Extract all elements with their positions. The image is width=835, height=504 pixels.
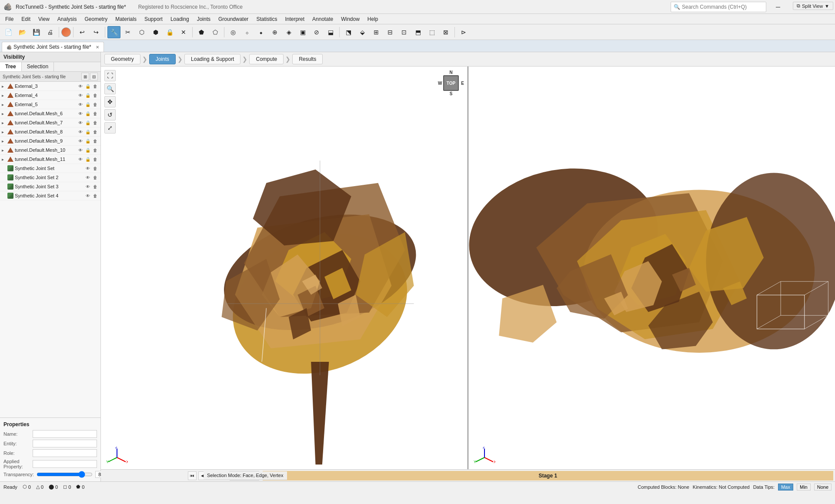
tool-11[interactable]: ⬥ (254, 26, 267, 38)
tree-item[interactable]: ▸tunnel.Default.Mesh_6👁🔒🗑 (0, 109, 100, 118)
lock-toggle[interactable]: 🔒 (84, 101, 91, 108)
visibility-toggle[interactable]: 👁 (77, 101, 84, 108)
tree-item[interactable]: ▸tunnel.Default.Mesh_11👁🔒🗑 (0, 155, 100, 164)
doc-tab-close[interactable]: ✕ (96, 45, 99, 50)
tool-3[interactable]: ⬡ (135, 26, 148, 38)
visibility-toggle[interactable]: 👁 (77, 119, 84, 126)
tool-13[interactable]: ◈ (282, 26, 295, 38)
delete-button[interactable]: 🗑 (92, 147, 99, 154)
tool-19[interactable]: ⊞ (370, 26, 383, 38)
viewport-left[interactable]: ⛶ 🔍 ✥ ↺ ⤢ N S E W TOP (101, 67, 468, 469)
zoom-extents-btn[interactable]: ⛶ (104, 70, 116, 81)
visibility-toggle[interactable]: 👁 (77, 128, 84, 135)
pan-btn[interactable]: ✥ (104, 96, 116, 107)
delete-button[interactable]: 🗑 (92, 183, 99, 190)
tool-23[interactable]: ⬚ (425, 26, 438, 38)
prop-entity-input[interactable] (33, 440, 97, 447)
menu-item-materials[interactable]: Materials (112, 15, 140, 23)
tool-17[interactable]: ⬔ (342, 26, 355, 38)
lock-toggle[interactable]: 🔒 (84, 92, 91, 99)
rotate-btn[interactable]: ↺ (104, 109, 116, 120)
lock-toggle[interactable]: 🔒 (84, 156, 91, 163)
menu-item-help[interactable]: Help (364, 15, 382, 23)
panel-tab-tree[interactable]: Tree (0, 62, 22, 71)
timeline-start-btn[interactable]: ⏮ (188, 471, 197, 480)
tool-1[interactable]: 🔧 (107, 26, 120, 38)
open-button[interactable]: 📂 (16, 26, 29, 38)
undo-button[interactable]: ↩ (76, 26, 89, 38)
delete-button[interactable]: 🗑 (92, 192, 99, 199)
fit-btn[interactable]: ⤢ (104, 122, 116, 134)
tree-item[interactable]: ▸tunnel.Default.Mesh_8👁🔒🗑 (0, 127, 100, 137)
tool-6[interactable]: ✕ (177, 26, 190, 38)
none-button[interactable]: None (814, 484, 832, 491)
lock-toggle[interactable]: 🔒 (84, 147, 91, 154)
tool-10[interactable]: ⬦ (240, 26, 254, 38)
menu-item-interpret[interactable]: Interpret (281, 15, 308, 23)
tab-joints[interactable]: Joints (149, 54, 176, 64)
max-button[interactable]: Max (778, 484, 793, 491)
tab-results[interactable]: Results (292, 54, 323, 64)
visibility-toggle[interactable]: 👁 (77, 147, 84, 154)
tree-item[interactable]: ▸tunnel.Default.Mesh_9👁🔒🗑 (0, 137, 100, 146)
delete-button[interactable]: 🗑 (92, 174, 99, 181)
tool-2[interactable]: ✂ (121, 26, 134, 38)
visibility-toggle[interactable]: 👁 (77, 156, 84, 163)
tool-20[interactable]: ⊟ (384, 26, 397, 38)
delete-button[interactable]: 🗑 (92, 110, 99, 117)
delete-button[interactable]: 🗑 (92, 83, 99, 90)
tool-9[interactable]: ◎ (227, 26, 240, 38)
tab-geometry[interactable]: Geometry (104, 54, 140, 64)
visibility-toggle[interactable]: 👁 (77, 92, 84, 99)
tool-22[interactable]: ⬒ (411, 26, 424, 38)
tool-8[interactable]: ⬠ (209, 26, 222, 38)
delete-button[interactable]: 🗑 (92, 101, 99, 108)
tree-item[interactable]: ▸tunnel.Default.Mesh_10👁🔒🗑 (0, 146, 100, 155)
tree-item[interactable]: Synthetic Joint Set👁🗑 (0, 164, 100, 173)
menu-item-analysis[interactable]: Analysis (54, 15, 80, 23)
tool-16[interactable]: ⬓ (324, 26, 337, 38)
visibility-toggle[interactable]: 👁 (77, 83, 84, 90)
menu-item-file[interactable]: File (2, 15, 17, 23)
tool-21[interactable]: ⊡ (397, 26, 411, 38)
prop-name-input[interactable] (33, 430, 97, 438)
delete-button[interactable]: 🗑 (92, 119, 99, 126)
tool-12[interactable]: ⊕ (268, 26, 281, 38)
doc-tab-main[interactable]: 🪨 Synthetic Joint Sets - starting file* … (2, 42, 104, 52)
tool-7[interactable]: ⬟ (195, 26, 208, 38)
delete-button[interactable]: 🗑 (92, 165, 99, 172)
minimize-button[interactable]: ─ (768, 0, 788, 14)
delete-button[interactable]: 🗑 (92, 156, 99, 163)
tree-item[interactable]: ▸tunnel.Default.Mesh_7👁🔒🗑 (0, 118, 100, 127)
menu-item-support[interactable]: Support (141, 15, 166, 23)
print-button[interactable]: 🖨 (43, 26, 57, 38)
tree-item[interactable]: Synthetic Joint Set 3👁🗑 (0, 182, 100, 191)
tool-25[interactable]: ⊳ (457, 26, 470, 38)
menu-item-joints[interactable]: Joints (194, 15, 214, 23)
visibility-toggle[interactable]: 👁 (77, 110, 84, 117)
save-button[interactable]: 💾 (30, 26, 43, 38)
menu-item-annotate[interactable]: Annotate (309, 15, 337, 23)
tree-item[interactable]: ▸External_5👁🔒🗑 (0, 100, 100, 109)
prop-role-input[interactable] (33, 449, 97, 457)
tool-5[interactable]: 🔒 (163, 26, 176, 38)
menu-item-window[interactable]: Window (337, 15, 363, 23)
lock-toggle[interactable]: 🔒 (84, 119, 91, 126)
min-button[interactable]: Min (797, 484, 811, 491)
tool-15[interactable]: ⊘ (310, 26, 323, 38)
zoom-in-btn[interactable]: 🔍 (104, 83, 116, 94)
lock-toggle[interactable]: 🔒 (84, 83, 91, 90)
new-button[interactable]: 📄 (2, 26, 15, 38)
tree-item[interactable]: ▸External_4👁🔒🗑 (0, 91, 100, 100)
tool-4[interactable]: ⬢ (149, 26, 162, 38)
viewport-right[interactable]: X Y Z (468, 67, 835, 469)
tool-14[interactable]: ▣ (296, 26, 309, 38)
delete-button[interactable]: 🗑 (92, 137, 99, 144)
search-input[interactable] (682, 4, 763, 10)
visibility-toggle[interactable]: 👁 (84, 174, 91, 181)
redo-button[interactable]: ↪ (90, 26, 103, 38)
tool-18[interactable]: ⬙ (356, 26, 369, 38)
lock-toggle[interactable]: 🔒 (84, 110, 91, 117)
menu-item-geometry[interactable]: Geometry (81, 15, 111, 23)
color-picker-1[interactable] (61, 27, 71, 37)
